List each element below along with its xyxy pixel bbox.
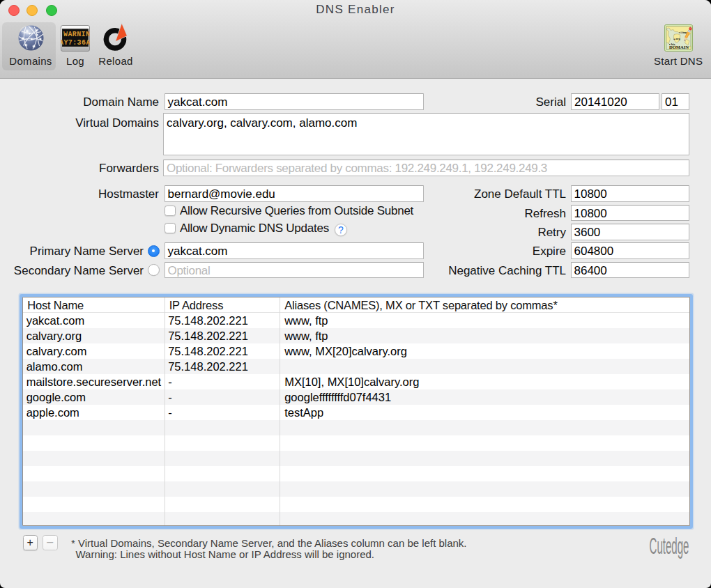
svg-text:.org: .org xyxy=(675,37,680,40)
svg-text:AY7:36A: AY7:36A xyxy=(61,38,90,46)
svg-text:.com: .com xyxy=(680,30,687,33)
svg-text:DOMAIN: DOMAIN xyxy=(668,45,688,49)
svg-text:WARNIN: WARNIN xyxy=(63,30,90,38)
